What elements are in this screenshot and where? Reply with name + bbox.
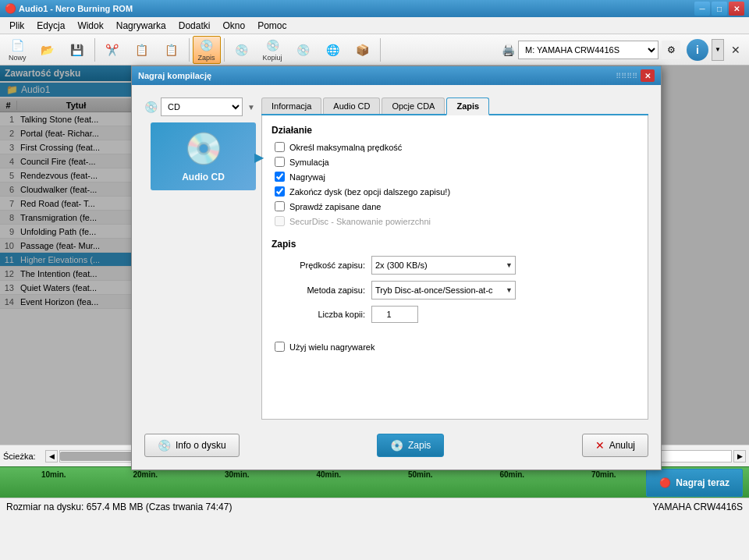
speed-row: Prędkość zapisu: 2x (300 KB/s) 4x (600 K…	[272, 256, 638, 275]
method-label: Metoda zapisu:	[272, 285, 365, 295]
modal-right: Informacja Audio CD Opcje CDA Zapis Dzia…	[255, 91, 655, 426]
checkbox-simulation-label[interactable]: Symulacja	[289, 158, 329, 167]
checkbox-max-speed-label[interactable]: Określ maksymalną prędkość	[289, 143, 402, 152]
checkbox-row-1: Określ maksymalną prędkość	[272, 142, 638, 152]
cd-image-area: 💿 Audio CD ▶	[151, 122, 256, 190]
disc-copy-icon: 💿	[264, 38, 281, 53]
maximize-button[interactable]: □	[712, 2, 727, 16]
cd-type-select[interactable]: CD	[161, 97, 243, 116]
timeline-label-60: 60min.	[467, 470, 559, 479]
menu-dodatki[interactable]: Dodatki	[172, 17, 217, 34]
checkbox-multi-burner[interactable]	[275, 342, 285, 352]
modal-close-button[interactable]: ✕	[641, 69, 655, 82]
dropdown-arrow-button[interactable]: ▼	[712, 39, 724, 61]
multi-burner-area: Użyj wielu nagrywarek	[272, 342, 638, 352]
burn-now-button[interactable]: 🔴 Nagraj teraz	[646, 469, 743, 497]
checkbox-verify[interactable]	[275, 201, 285, 211]
disc-info-button[interactable]: 💿	[228, 36, 256, 64]
tab-informacja[interactable]: Informacja	[261, 97, 321, 114]
checkbox-simulation[interactable]	[275, 157, 285, 167]
tab-audio-cd[interactable]: Audio CD	[323, 97, 380, 114]
modal-overlay: Nagraj kompilację ⠿⠿⠿⠿ ✕ 💿 CD	[0, 66, 749, 445]
menu-pomoc[interactable]: Pomoc	[251, 17, 293, 34]
menu-nagrywarka[interactable]: Nagrywarka	[110, 17, 172, 34]
copy-button[interactable]: 📋	[128, 36, 156, 64]
checkbox-row-3: Nagrywaj	[272, 172, 638, 182]
menu-bar: Plik Edycja Widok Nagrywarka Dodatki Okn…	[0, 17, 749, 34]
scroll-left-button[interactable]: ◀	[45, 450, 58, 463]
path-label: Ścieżka:	[3, 452, 42, 461]
burn-label: Nagraj teraz	[676, 477, 729, 488]
cut-button[interactable]: ✂️	[98, 36, 126, 64]
checkbox-max-speed[interactable]	[275, 142, 285, 152]
checkbox-multi-burner-label[interactable]: Użyj wielu nagrywarek	[289, 342, 374, 352]
save-button[interactable]: 💾	[63, 36, 91, 64]
open-button[interactable]: 📂	[34, 36, 62, 64]
minimize-button[interactable]: ─	[694, 2, 710, 16]
pack-icon: 📦	[354, 41, 371, 58]
cd-image-icon: 💿	[184, 130, 223, 167]
toolbar: 📄 Nowy 📂 💾 ✂️ 📋 📋 💿 Zapis 💿 💿 Kopiuj 💿 🌐…	[0, 34, 749, 66]
info-disc-label: Info o dysku	[176, 440, 226, 451]
config-icon: ⚙	[667, 44, 676, 55]
tab-opcje-cda[interactable]: Opcje CDA	[382, 97, 445, 114]
drive-select[interactable]: M: YAMAHA CRW4416S	[518, 41, 658, 59]
close-button[interactable]: ✕	[729, 2, 744, 16]
checkbox-row-6: SecurDisc - Skanowanie powierzchni	[272, 216, 638, 226]
info-disc-button[interactable]: 💿 Info o dysku	[144, 434, 240, 457]
menu-edycja[interactable]: Edycja	[30, 17, 71, 34]
copies-input[interactable]	[371, 306, 418, 323]
new-button[interactable]: 📄 Nowy	[3, 36, 32, 64]
checkbox-securdisc-label: SecurDisc - Skanowanie powierzchni	[289, 217, 431, 226]
disc-erase-icon: 💿	[295, 41, 312, 58]
cancel-modal-button[interactable]: ✕ Anuluj	[582, 434, 648, 457]
timeline-label-30: 30min.	[191, 470, 283, 479]
write-button[interactable]: 💿 Zapis	[193, 36, 221, 64]
cd-next-arrow-icon: ▶	[254, 149, 264, 164]
copy-icon: 📋	[133, 41, 151, 58]
status-text: Rozmiar na dysku: 657.4 MB MB (Czas trwa…	[6, 502, 232, 512]
app-title: Audio1 - Nero Burning ROM	[19, 4, 133, 13]
checkbox-finalize-label[interactable]: Zakończ dysk (bez opcji dalszego zapisu!…	[289, 187, 450, 197]
cd-image-label: Audio CD	[182, 172, 225, 183]
cancel-modal-label: Anuluj	[609, 440, 635, 451]
internet-button[interactable]: 🌐	[319, 36, 347, 64]
menu-plik[interactable]: Plik	[3, 17, 30, 34]
disc-copy-button[interactable]: 💿 Kopiuj	[257, 36, 288, 64]
cd-disc-icon: 💿	[144, 101, 158, 113]
paste-icon: 📋	[163, 41, 180, 58]
speed-select[interactable]: 2x (300 KB/s) 4x (600 KB/s) 8x (1200 KB/…	[371, 256, 516, 275]
paste-button[interactable]: 📋	[158, 36, 186, 64]
timeline-label-10: 10min.	[8, 470, 100, 479]
timeline-label-40: 40min.	[283, 470, 375, 479]
menu-widok[interactable]: Widok	[71, 17, 109, 34]
method-select[interactable]: Tryb Disc-at-once/Session-at-c Tryb Trac…	[371, 281, 516, 299]
new-icon: 📄	[9, 38, 26, 53]
modal-title-bar: Nagraj kompilację ⠿⠿⠿⠿ ✕	[132, 66, 661, 85]
disc-info-icon: 💿	[233, 41, 250, 58]
write-modal-button[interactable]: 💿 Zapis	[377, 434, 444, 457]
burn-icon: 🔴	[659, 477, 671, 488]
disc-erase-button[interactable]: 💿	[289, 36, 318, 64]
tab-zapis[interactable]: Zapis	[446, 97, 489, 115]
status-bar: Rozmiar na dysku: 657.4 MB MB (Czas trwa…	[0, 498, 749, 515]
pack-button[interactable]: 📦	[349, 36, 377, 64]
info-button[interactable]: i	[687, 39, 708, 61]
main-area: Zawartość dysku 📁 Audio1 # Tytuł 1 Talki…	[0, 66, 749, 445]
timeline-labels: 10min. 20min. 30min. 40min. 50min. 60min…	[0, 470, 749, 479]
checkbox-finalize[interactable]	[275, 186, 285, 197]
checkbox-burn[interactable]	[275, 172, 285, 182]
checkbox-row-5: Sprawdź zapisane dane	[272, 201, 638, 211]
new-label: Nowy	[9, 54, 27, 62]
checkbox-row-4: Zakończ dysk (bez opcji dalszego zapisu!…	[272, 186, 638, 197]
timeline-label-50: 50min.	[374, 470, 467, 479]
write-icon: 💿	[198, 38, 215, 53]
write-modal-label: Zapis	[408, 440, 431, 451]
checkbox-verify-label[interactable]: Sprawdź zapisane dane	[289, 202, 381, 211]
drive-config-button[interactable]: ⚙	[662, 41, 680, 59]
write-modal-icon: 💿	[390, 439, 403, 452]
menu-okno[interactable]: Okno	[216, 17, 251, 34]
scroll-right2-button[interactable]: ▶	[733, 450, 746, 463]
checkbox-burn-label[interactable]: Nagrywaj	[289, 172, 325, 182]
toolbar-close-button[interactable]: ✕	[726, 41, 746, 58]
